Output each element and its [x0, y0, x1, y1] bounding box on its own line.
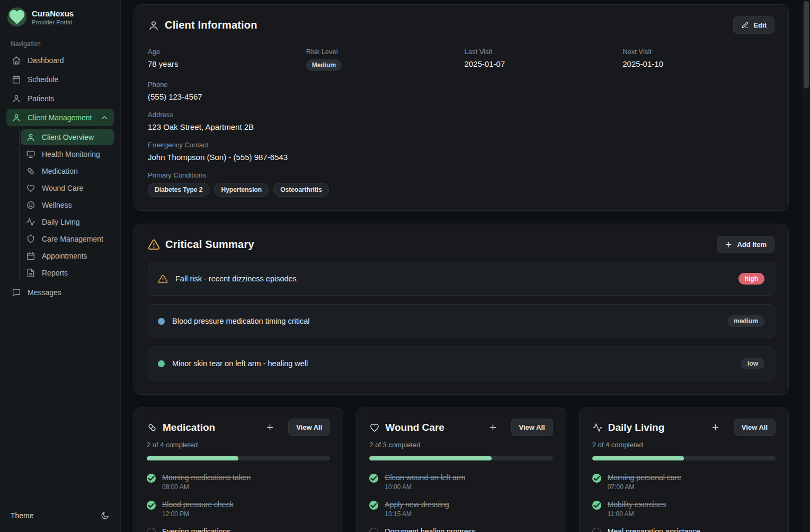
condition-badge: Hypertension: [214, 183, 269, 197]
brand-name: CuraNexus: [32, 9, 74, 18]
condition-badge: Diabetes Type 2: [148, 183, 209, 197]
sidebar-item-client-management[interactable]: Client Management: [6, 109, 114, 126]
warning-triangle-icon: [158, 274, 168, 284]
check-circle-icon[interactable]: [592, 501, 601, 510]
task-item[interactable]: Clean wound on left arm 10:00 AM: [369, 473, 553, 491]
client-management-subnav: Client Overview Health Monitoring Medica…: [19, 128, 114, 282]
plus-icon: [488, 423, 497, 432]
empty-circle-icon[interactable]: [147, 528, 156, 532]
sidebar-item-medication[interactable]: Medication: [21, 163, 114, 179]
field-last-visit: Last Visit 2025-01-07: [465, 48, 617, 71]
monitor-icon: [26, 149, 35, 159]
progress-fill: [369, 456, 492, 460]
nav-section-label: Navigation: [0, 36, 120, 51]
critical-item[interactable]: Fall risk - recent dizziness episodes hi…: [148, 262, 775, 296]
critical-item-text: Minor skin tear on left arm - healing we…: [172, 359, 308, 368]
check-circle-icon[interactable]: [369, 474, 378, 483]
user-icon: [12, 94, 21, 103]
task-name: Document healing progress: [385, 527, 475, 532]
sidebar: CuraNexus Provider Portal Navigation Das…: [0, 0, 121, 532]
sidebar-item-wound-care[interactable]: Wound Care: [21, 180, 114, 196]
task-name: Evening medications: [162, 527, 230, 532]
task-name: Morning medications taken: [162, 473, 251, 482]
daily-living-card: Daily Living View All 2 of 4 completed M…: [579, 407, 789, 532]
sidebar-item-dashboard[interactable]: Dashboard: [6, 52, 114, 69]
person-icon: [148, 20, 159, 31]
medication-card: Medication View All 2 of 4 completed Mor…: [133, 407, 343, 532]
edit-button[interactable]: Edit: [733, 16, 775, 34]
card-title: Daily Living: [608, 422, 665, 433]
brand-subtitle: Provider Portal: [32, 19, 74, 25]
task-item[interactable]: Evening medications 06:00 PM: [147, 527, 330, 532]
task-item[interactable]: Morning personal care 07:00 AM: [592, 473, 776, 491]
sidebar-item-schedule[interactable]: Schedule: [6, 71, 114, 88]
section-title: Critical Summary: [165, 238, 254, 251]
scrollbar[interactable]: [802, 0, 810, 532]
activity-icon: [592, 422, 603, 433]
blue-dot-icon: [158, 318, 165, 325]
calendar-icon: [26, 251, 35, 261]
sidebar-item-messages[interactable]: Messages: [6, 284, 114, 301]
add-task-button[interactable]: [708, 420, 723, 435]
scrollbar-thumb[interactable]: [804, 1, 809, 88]
check-circle-icon[interactable]: [592, 474, 601, 483]
add-task-button[interactable]: [485, 420, 501, 435]
view-all-button[interactable]: View All: [734, 419, 776, 436]
main-content: Client Information Edit Age 78 years Ris…: [121, 0, 810, 532]
task-item[interactable]: Apply new dressing 10:15 AM: [369, 500, 553, 518]
risk-badge: Medium: [306, 59, 342, 71]
add-task-button[interactable]: [262, 420, 278, 435]
view-all-button[interactable]: View All: [288, 419, 330, 436]
progress-text: 2 of 4 completed: [147, 441, 330, 449]
condition-badge: Osteoarthritis: [273, 183, 329, 197]
moon-icon[interactable]: [100, 511, 110, 520]
card-title: Wound Care: [385, 422, 444, 433]
brand: CuraNexus Provider Portal: [0, 0, 120, 36]
task-item[interactable]: Document healing progress 10:30 AM: [369, 527, 553, 532]
check-circle-icon[interactable]: [147, 501, 156, 510]
warning-triangle-icon: [148, 238, 160, 251]
empty-circle-icon[interactable]: [369, 528, 378, 532]
check-circle-icon[interactable]: [369, 501, 378, 510]
field-address: Address 123 Oak Street, Apartment 2B: [148, 111, 775, 131]
theme-row: Theme: [0, 501, 120, 532]
sidebar-item-label: Schedule: [28, 75, 58, 84]
check-circle-icon[interactable]: [147, 474, 156, 483]
view-all-button[interactable]: View All: [511, 419, 553, 436]
progress-fill: [147, 456, 238, 460]
field-phone: Phone (555) 123-4567: [148, 81, 775, 101]
sidebar-item-label: Health Monitoring: [42, 150, 100, 158]
task-time: 11:00 AM: [608, 510, 666, 518]
task-item[interactable]: Morning medications taken 08:00 AM: [147, 473, 330, 491]
sidebar-item-care-management[interactable]: Care Management: [21, 231, 114, 247]
theme-label: Theme: [11, 511, 34, 520]
user-icon: [26, 132, 35, 142]
add-item-button[interactable]: Add Item: [717, 236, 775, 253]
sidebar-item-client-overview[interactable]: Client Overview: [21, 129, 114, 145]
wound-care-card: Wound Care View All 2 of 3 completed Cle…: [356, 407, 566, 532]
calendar-icon: [12, 75, 21, 84]
critical-item[interactable]: Minor skin tear on left arm - healing we…: [148, 347, 775, 380]
user-icon: [12, 113, 21, 122]
sidebar-item-appointments[interactable]: Appointments: [21, 248, 114, 264]
sidebar-item-patients[interactable]: Patients: [6, 90, 114, 107]
teal-dot-icon: [158, 360, 165, 367]
critical-item[interactable]: Blood pressure medication timing critica…: [148, 304, 775, 338]
field-next-visit: Next Visit 2025-01-10: [622, 48, 775, 71]
field-emergency-contact: Emergency Contact John Thompson (Son) - …: [148, 141, 775, 162]
task-item[interactable]: Meal preparation assistance 05:00 PM: [592, 527, 776, 532]
plus-icon: [711, 423, 720, 432]
sidebar-item-daily-living[interactable]: Daily Living: [21, 214, 114, 230]
task-time: 10:00 AM: [385, 483, 465, 491]
empty-circle-icon[interactable]: [592, 528, 601, 532]
sidebar-item-reports[interactable]: Reports: [21, 265, 114, 281]
sidebar-item-label: Care Management: [42, 235, 103, 243]
sidebar-item-health-monitoring[interactable]: Health Monitoring: [21, 146, 114, 162]
sidebar-item-wellness[interactable]: Wellness: [21, 197, 114, 213]
task-item[interactable]: Mobility exercises 11:00 AM: [592, 500, 776, 518]
sidebar-item-label: Reports: [42, 269, 68, 277]
severity-badge: high: [738, 273, 764, 285]
sidebar-item-label: Client Management: [28, 113, 92, 122]
heart-icon: [26, 183, 35, 193]
task-item[interactable]: Blood pressure check 12:00 PM: [147, 500, 330, 518]
